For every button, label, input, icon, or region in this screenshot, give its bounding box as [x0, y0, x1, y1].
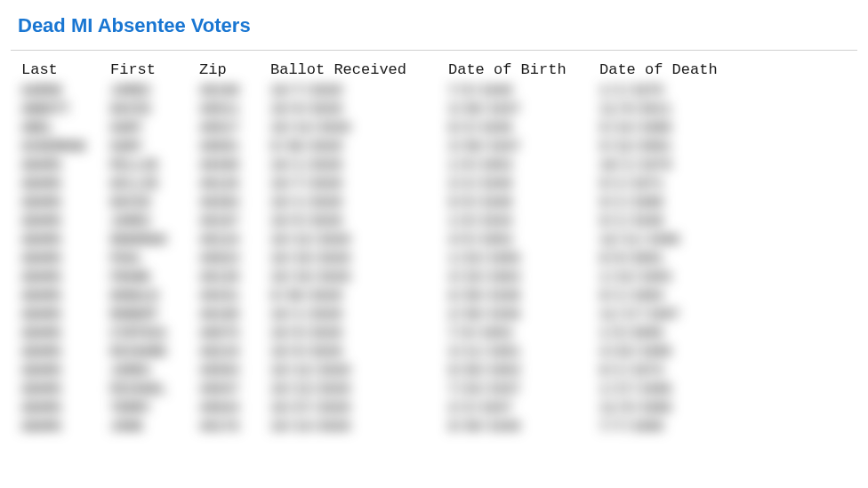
cell-first: DAVID — [110, 196, 199, 211]
cell-last: ADAMS — [21, 326, 110, 341]
cell-dob: 4/19/1963 — [448, 270, 599, 285]
cell-dod: 1/17/1998 — [599, 382, 751, 397]
cell-last: ABBOTT — [21, 102, 110, 117]
cell-first: FRANK — [110, 270, 199, 285]
table-row: ACKERMANGARY480019/30/20203/30/19475/12/… — [21, 140, 847, 155]
cell-last: ADAMS — [21, 196, 110, 211]
cell-zip: 49504 — [199, 364, 270, 379]
cell-dod: 9/1/1948 — [599, 214, 751, 229]
cell-last: ADAMS — [21, 177, 110, 192]
voters-table: Last First Zip Ballot Received Date of B… — [0, 51, 868, 449]
cell-zip: 48187 — [199, 214, 270, 229]
header-last: Last — [21, 61, 110, 78]
cell-ballot: 10/1/2020 — [270, 196, 448, 211]
cell-dob: 2/3/1947 — [448, 401, 599, 416]
cell-ballot: 10/1/2020 — [270, 158, 448, 173]
cell-dob: 2/30/1936 — [448, 308, 599, 323]
cell-ballot: 10/12/2020 — [270, 233, 448, 248]
blurred-data-rows: AARONJAMES4810810/7/20207/5/19401/1/1975… — [21, 84, 847, 435]
cell-dob: 7/5/1940 — [448, 84, 599, 99]
cell-zip: 48001 — [199, 140, 270, 155]
cell-first: TERRY — [110, 401, 199, 416]
cell-dob: 8/30/1939 — [448, 420, 599, 435]
table-row: ABELGARY4891710/14/20208/3/19365/14/1988 — [21, 121, 847, 136]
cell-ballot: 10/14/2020 — [270, 121, 448, 136]
cell-zip: 48917 — [199, 121, 270, 136]
cell-zip: 49844 — [199, 401, 270, 416]
table-row: ADAMSJAMES4950410/12/20208/28/19538/1/19… — [21, 364, 847, 379]
table-row: ADAMSJOHN4917610/14/20208/30/19397/7/198… — [21, 420, 847, 435]
cell-zip: 48108 — [199, 308, 270, 323]
cell-zip: 49176 — [199, 420, 270, 435]
cell-last: ADAMS — [21, 308, 110, 323]
cell-ballot: 9/30/2020 — [270, 140, 448, 155]
cell-dod: 9/1/1971 — [599, 177, 751, 192]
cell-last: ADAMS — [21, 364, 110, 379]
cell-first: WILLIE — [110, 177, 199, 192]
cell-zip: 49431 — [199, 289, 270, 304]
table-row: AARONJAMES4810810/7/20207/5/19401/1/1975 — [21, 84, 847, 99]
cell-ballot: 10/9/2020 — [270, 102, 448, 117]
cell-last: ADAMS — [21, 233, 110, 248]
cell-dob: 8/3/1936 — [448, 121, 599, 136]
cell-ballot: 10/1/2020 — [270, 308, 448, 323]
table-row: ADAMSJAMES4818710/5/20201/8/19349/1/1948 — [21, 214, 847, 229]
cell-ballot: 10/19/2020 — [270, 270, 448, 285]
cell-last: ADAMS — [21, 382, 110, 397]
cell-ballot: 10/27/2020 — [270, 401, 448, 416]
table-row: ADAMSMICHAEL4904710/13/20207/24/19371/17… — [21, 382, 847, 397]
cell-dod: 8/1/1974 — [599, 364, 751, 379]
cell-zip: 48108 — [199, 84, 270, 99]
table-row: ADAMSDONALD494319/30/20206/30/19389/1/19… — [21, 289, 847, 304]
cell-dob: 7/24/1937 — [448, 382, 599, 397]
cell-first: ROBERT — [110, 308, 199, 323]
cell-dod: 1/13/1993 — [599, 270, 751, 285]
cell-dob: 3/30/1947 — [448, 140, 599, 155]
cell-dob: 7/8/1953 — [448, 326, 599, 341]
cell-first: CYNTHIA — [110, 326, 199, 341]
header-dod: Date of Death — [599, 61, 751, 78]
cell-dod: 12/11/1998 — [599, 233, 751, 248]
cell-dod: 5/12/2001 — [599, 140, 751, 155]
cell-ballot: 10/14/2020 — [270, 420, 448, 435]
cell-dod: 1/1/1975 — [599, 84, 751, 99]
table-row: ADAMSDAVID4838410/1/20206/9/19489/1/1988 — [21, 196, 847, 211]
header-first: First — [110, 61, 199, 78]
cell-first: MICHAEL — [110, 382, 199, 397]
cell-zip: 48384 — [199, 196, 270, 211]
cell-first: DEBORAH — [110, 233, 199, 248]
cell-dob: 1/9/1953 — [448, 158, 599, 173]
cell-ballot: 10/13/2020 — [270, 382, 448, 397]
page-title: Dead MI Absentee Voters — [0, 0, 868, 50]
cell-first: JAMES — [110, 214, 199, 229]
cell-dob: 3/11/1951 — [448, 345, 599, 360]
cell-ballot: 10/7/2020 — [270, 177, 448, 192]
cell-dod: 4/23/1989 — [599, 345, 751, 360]
cell-zip: 49047 — [199, 382, 270, 397]
cell-last: ADAMS — [21, 270, 110, 285]
cell-zip: 49923 — [199, 252, 270, 267]
table-row: ADAMSROBERT4810810/1/20202/30/193611/17/… — [21, 308, 847, 323]
table-row: ADAMSRICHARD4821910/9/20203/11/19514/23/… — [21, 345, 847, 360]
cell-dob: 4/5/1953 — [448, 233, 599, 248]
cell-zip: 48075 — [199, 326, 270, 341]
cell-ballot: 10/9/2020 — [270, 326, 448, 341]
cell-first: DONALD — [110, 289, 199, 304]
cell-dod: 8/9/2001 — [599, 252, 751, 267]
cell-dob: 6/30/1938 — [448, 289, 599, 304]
cell-first: JAMES — [110, 364, 199, 379]
cell-first: RICHARD — [110, 345, 199, 360]
cell-dod: 1/5/2005 — [599, 326, 751, 341]
cell-last: ADAMS — [21, 252, 110, 267]
cell-first: GARY — [110, 140, 199, 155]
cell-last: ADAMS — [21, 289, 110, 304]
cell-ballot: 9/30/2020 — [270, 289, 448, 304]
cell-first: GARY — [110, 121, 199, 136]
cell-ballot: 10/12/2020 — [270, 364, 448, 379]
cell-ballot: 10/7/2020 — [270, 84, 448, 99]
cell-ballot: 10/19/2020 — [270, 252, 448, 267]
cell-dob: 2/2/1949 — [448, 177, 599, 192]
header-ballot: Ballot Received — [270, 61, 448, 78]
table-row: ADAMSMILLIE4849810/1/20201/9/195310/1/19… — [21, 158, 847, 173]
cell-zip: 48498 — [199, 158, 270, 173]
